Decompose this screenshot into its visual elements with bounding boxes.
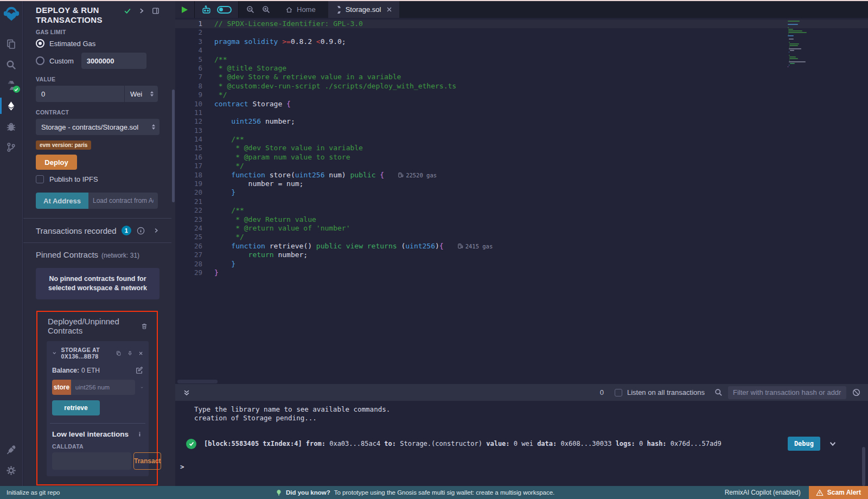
code-line[interactable]: 27 return number; xyxy=(175,251,868,259)
pin-icon[interactable] xyxy=(127,350,132,357)
code-line[interactable]: 23 * @dev Return value xyxy=(175,215,868,224)
contract-select[interactable]: Storage - contracts/Storage.sol xyxy=(36,119,159,135)
ai-copilot-robot-icon[interactable] xyxy=(201,5,212,14)
editor-hscrollbar[interactable] xyxy=(177,380,218,383)
code-line[interactable]: 28 } xyxy=(175,260,868,268)
tab-storage-sol[interactable]: Storage.sol xyxy=(328,1,400,18)
estimated-gas-option[interactable]: Estimated Gas xyxy=(36,39,159,48)
publish-ipfs-checkbox[interactable] xyxy=(36,175,44,183)
terminal-output[interactable]: Type the library name to see available c… xyxy=(175,401,868,486)
expand-tx-chevron-icon[interactable] xyxy=(829,440,837,447)
git-init-status[interactable]: Initialize as git repo xyxy=(7,489,60,496)
code-line[interactable]: 16 * @param num value to store xyxy=(175,153,868,162)
editor-tabbar: Home Storage.sol xyxy=(175,1,868,18)
code-line[interactable]: 29} xyxy=(175,268,868,277)
value-unit-select[interactable]: Wei xyxy=(124,86,158,102)
copy-icon[interactable] xyxy=(116,350,121,357)
code-line[interactable]: 21 xyxy=(175,197,868,206)
chevron-down-icon[interactable] xyxy=(52,350,57,356)
custom-gas-input[interactable] xyxy=(81,53,146,69)
transactions-recorded-row[interactable]: Transactions recorded 1 xyxy=(36,219,159,242)
debug-button[interactable]: Debug xyxy=(788,437,820,451)
code-line[interactable]: 7 * @dev Store & retrieve value in a var… xyxy=(175,73,868,81)
code-line[interactable]: 1// SPDX-License-Identifier: GPL-3.0 xyxy=(175,20,868,28)
warning-icon xyxy=(816,489,824,496)
panel-scrollbar[interactable] xyxy=(171,1,175,486)
code-line[interactable]: 24 * @return value of 'number' xyxy=(175,224,868,233)
sidebar-item-debugger[interactable] xyxy=(0,116,23,137)
code-line[interactable]: 3pragma solidity >=0.8.2 <0.9.0; xyxy=(175,37,868,46)
code-line[interactable]: 26 function retrieve() public view retur… xyxy=(175,242,868,251)
close-tab-icon[interactable] xyxy=(386,7,392,12)
zoom-tools xyxy=(239,1,278,18)
deploy-button[interactable]: Deploy xyxy=(36,155,77,170)
publish-ipfs-row[interactable]: Publish to IPFS xyxy=(36,175,159,183)
terminal-filter-input[interactable] xyxy=(728,386,846,399)
code-line[interactable]: 4 xyxy=(175,46,868,55)
at-address-input[interactable] xyxy=(88,193,158,209)
copilot-toggle[interactable] xyxy=(217,6,232,14)
terminal-prompt[interactable]: > xyxy=(180,463,184,471)
run-script-icon[interactable] xyxy=(182,7,188,13)
calldata-input[interactable] xyxy=(52,452,131,470)
code-line[interactable]: 25 */ xyxy=(175,233,868,241)
sidebar-item-settings[interactable] xyxy=(0,460,23,481)
sidebar-item-solidity-compiler[interactable] xyxy=(0,75,23,95)
code-line[interactable]: 5/** xyxy=(175,55,868,64)
code-line[interactable]: 20 } xyxy=(175,188,868,197)
code-line[interactable]: 9 */ xyxy=(175,91,868,99)
sidebar-item-file-explorer[interactable] xyxy=(0,34,23,54)
store-function-button[interactable]: store xyxy=(52,380,71,395)
tab-home[interactable]: Home xyxy=(278,1,323,18)
code-line[interactable]: 6 * @title Storage xyxy=(175,64,868,73)
scam-alert-button[interactable]: Scam Alert xyxy=(809,486,868,499)
remix-logo[interactable] xyxy=(3,5,20,22)
close-icon[interactable] xyxy=(138,350,143,357)
clear-console-icon[interactable] xyxy=(852,388,860,396)
code-line[interactable]: 15 * @dev Store value in variable xyxy=(175,144,868,152)
code-line[interactable]: 11 xyxy=(175,108,868,117)
deployed-contract-title[interactable]: STORAGE AT 0X136...8B78 xyxy=(61,347,117,360)
code-editor[interactable]: 1// SPDX-License-Identifier: GPL-3.023pr… xyxy=(175,18,868,384)
sidebar-item-deploy-run[interactable] xyxy=(0,95,23,116)
code-line[interactable]: 12 uint256 number; xyxy=(175,117,868,126)
store-arg-input[interactable] xyxy=(71,380,135,395)
run-script-segment[interactable] xyxy=(175,1,195,18)
trash-icon[interactable] xyxy=(141,322,148,330)
collapse-terminal-icon[interactable] xyxy=(183,389,190,396)
info-icon[interactable] xyxy=(136,431,143,438)
transact-button[interactable]: Transact xyxy=(133,452,161,470)
custom-gas-radio[interactable] xyxy=(36,56,44,65)
retrieve-function-button[interactable]: retrieve xyxy=(52,400,100,415)
code-line[interactable]: 14 /** xyxy=(175,135,868,144)
code-line[interactable]: 22 /** xyxy=(175,206,868,215)
editor-minimap[interactable] xyxy=(788,21,837,68)
code-line[interactable]: 2 xyxy=(175,28,868,37)
info-icon[interactable] xyxy=(137,227,145,235)
transaction-log-row[interactable]: [block:5583405 txIndex:4] from: 0xa03...… xyxy=(186,437,868,451)
copilot-status[interactable]: RemixAI Copilot (enabled) xyxy=(725,489,801,496)
code-line[interactable]: 17 */ xyxy=(175,162,868,170)
code-line[interactable]: 13 xyxy=(175,126,868,135)
code-line[interactable]: 19 number = num; xyxy=(175,180,868,188)
sidebar-item-git[interactable] xyxy=(0,137,23,157)
panel-scrollbar-handle[interactable] xyxy=(172,89,175,202)
listen-all-checkbox[interactable] xyxy=(615,389,622,396)
zoom-in-icon[interactable] xyxy=(262,5,270,14)
panel-pin-layout-icon[interactable] xyxy=(152,7,159,15)
value-input[interactable] xyxy=(36,86,124,102)
code-line[interactable]: 10contract Storage { xyxy=(175,100,868,108)
code-line[interactable]: 18 function store(uint256 num) public {2… xyxy=(175,171,868,180)
sidebar-item-search[interactable] xyxy=(0,54,23,75)
panel-collapse-icon[interactable] xyxy=(138,7,145,15)
code-line[interactable]: 8 * @custom:dev-run-script ./scripts/dep… xyxy=(175,82,868,91)
sidebar-item-plugin-manager[interactable] xyxy=(0,439,23,460)
estimated-gas-radio[interactable] xyxy=(36,39,44,48)
terminal-scrollbar-handle[interactable] xyxy=(862,447,865,486)
zoom-out-icon[interactable] xyxy=(246,5,254,14)
expand-args-chevron-icon[interactable] xyxy=(141,384,143,391)
at-address-button[interactable]: At Address xyxy=(36,193,88,209)
edit-icon[interactable] xyxy=(136,367,143,374)
icon-sidebar xyxy=(0,1,23,486)
copilot-segment xyxy=(195,1,239,18)
